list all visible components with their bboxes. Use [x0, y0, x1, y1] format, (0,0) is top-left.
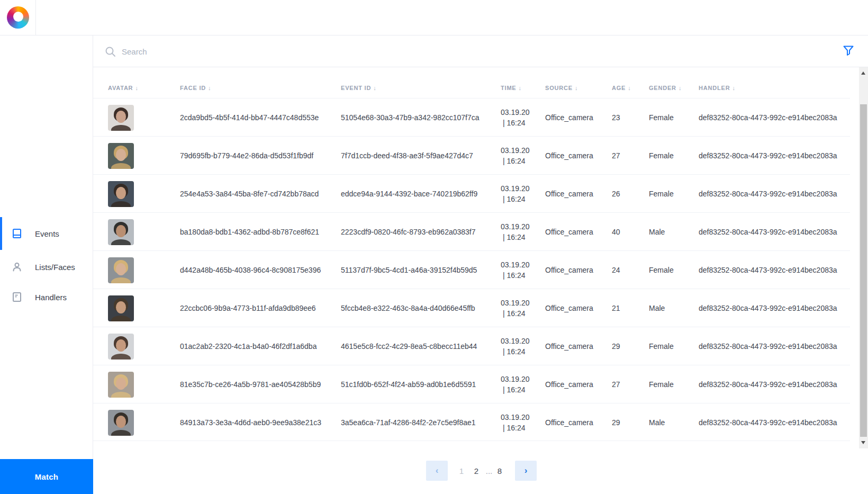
page-number-8[interactable]: 8 — [494, 465, 505, 477]
scroll-down-arrow-icon[interactable] — [861, 441, 865, 444]
sort-down-icon: ↓ — [518, 85, 521, 91]
sidebar-item-events[interactable]: Events — [0, 217, 93, 250]
source-cell: Office_camera — [545, 327, 593, 365]
vertical-scrollbar[interactable] — [859, 67, 868, 448]
filter-icon — [843, 45, 861, 57]
top-bar — [0, 0, 868, 35]
page-number-2[interactable]: 2 — [469, 465, 484, 477]
column-header-age[interactable]: AGE↓ — [612, 85, 631, 91]
handler-cell: def83252-80ca-4473-992c-e914bec2083a — [699, 327, 837, 365]
face-id-cell: 01ac2ab2-2320-4c1a-b4a0-46f2df1a6dba — [180, 327, 317, 365]
face-avatar[interactable] — [108, 105, 134, 131]
column-header-source[interactable]: SOURCE↓ — [545, 85, 578, 91]
search-input[interactable] — [122, 43, 439, 60]
previous-page-button[interactable]: ‹ — [426, 461, 448, 481]
age-cell: 27 — [612, 365, 620, 403]
handler-cell: def83252-80ca-4473-992c-e914bec2083a — [699, 98, 837, 137]
event-id-cell: 4615e5c8-fcc2-4c29-8ea5-c8becc11eb44 — [341, 327, 477, 365]
handler-cell: def83252-80ca-4473-992c-e914bec2083a — [699, 175, 837, 213]
column-header-face-id[interactable]: FACE ID↓ — [180, 85, 211, 91]
gender-cell: Female — [649, 365, 674, 403]
table-row[interactable]: 79d695fb-b779-44e2-86da-d5d53f1fb9df 7f7… — [93, 136, 850, 174]
face-id-cell: ba180da8-bdb1-4362-adbd-8b787ce8f621 — [180, 213, 319, 251]
page-number-1[interactable]: 1 — [454, 465, 469, 477]
filter-button[interactable] — [843, 42, 861, 60]
person-icon — [12, 262, 22, 272]
face-id-cell: 84913a73-3e3a-4d6d-aeb0-9ee9a38e21c3 — [180, 403, 321, 442]
age-cell: 29 — [612, 403, 620, 442]
sidebar-item-label: Handlers — [35, 281, 67, 313]
chevron-right-icon: › — [525, 465, 528, 475]
handler-cell: def83252-80ca-4473-992c-e914bec2083a — [699, 137, 837, 175]
face-id-cell: 254e4a53-3a84-45ba-8fe7-cd742bb78acd — [180, 175, 319, 213]
face-avatar[interactable] — [108, 334, 134, 360]
chevron-left-icon: ‹ — [436, 465, 439, 475]
gender-cell: Female — [649, 327, 674, 365]
sidebar: Events Lists/Faces Handlers Match — [0, 35, 93, 494]
source-cell: Office_camera — [545, 175, 593, 213]
sidebar-item-label: Lists/Faces — [35, 250, 75, 283]
face-avatar[interactable] — [108, 410, 134, 436]
sidebar-item-lists-faces[interactable]: Lists/Faces — [0, 250, 93, 283]
table-row[interactable]: 01ac2ab2-2320-4c1a-b4a0-46f2df1a6dba 461… — [93, 327, 850, 365]
event-id-cell: 51054e68-30a3-47b9-a342-982cc107f7ca — [341, 98, 480, 137]
face-id-cell: 81e35c7b-ce26-4a5b-9781-ae405428b5b9 — [180, 365, 321, 403]
gender-cell: Female — [649, 98, 674, 137]
handlers-icon — [12, 292, 22, 302]
face-avatar[interactable] — [108, 181, 134, 207]
gender-cell: Female — [649, 137, 674, 175]
table-row[interactable]: 81e35c7b-ce26-4a5b-9781-ae405428b5b9 51c… — [93, 365, 850, 403]
event-id-cell: 51c1fd0b-652f-4f24-ab59-ad0b1e6d5591 — [341, 365, 476, 403]
table-row[interactable]: ba180da8-bdb1-4362-adbd-8b787ce8f621 222… — [93, 212, 850, 250]
table-header: AVATAR↓ FACE ID↓ EVENT ID↓ TIME↓ SOURCE↓… — [93, 67, 850, 98]
face-avatar[interactable] — [108, 295, 134, 321]
event-id-cell: 2223cdf9-0820-46fc-8793-eb962a0383f7 — [341, 213, 476, 251]
age-cell: 21 — [612, 289, 620, 327]
face-id-cell: 79d695fb-b779-44e2-86da-d5d53f1fb9df — [180, 137, 313, 175]
column-header-avatar[interactable]: AVATAR↓ — [108, 85, 139, 91]
handler-cell: def83252-80ca-4473-992c-e914bec2083a — [699, 213, 837, 251]
face-id-cell: d442a48b-465b-4038-96c4-8c908175e396 — [180, 251, 321, 289]
table-row[interactable]: d442a48b-465b-4038-96c4-8c908175e396 511… — [93, 250, 850, 289]
sidebar-item-label: Events — [35, 217, 59, 250]
age-cell: 24 — [612, 251, 620, 289]
active-indicator — [0, 217, 2, 250]
face-avatar[interactable] — [108, 372, 134, 398]
handler-cell: def83252-80ca-4473-992c-e914bec2083a — [699, 251, 837, 289]
page-ellipsis: ... — [484, 465, 494, 477]
handler-cell: def83252-80ca-4473-992c-e914bec2083a — [699, 403, 837, 442]
scrollbar-thumb[interactable] — [860, 104, 867, 437]
age-cell: 26 — [612, 175, 620, 213]
app-logo-icon[interactable] — [7, 6, 29, 29]
table-row[interactable]: 254e4a53-3a84-45ba-8fe7-cd742bb78acd edd… — [93, 174, 850, 212]
column-header-time[interactable]: TIME↓ — [501, 85, 522, 91]
face-id-cell: 2cda9bd5-4b5f-414d-bb47-4447c48d553e — [180, 98, 319, 137]
table-row[interactable]: 2cda9bd5-4b5f-414d-bb47-4447c48d553e 510… — [93, 98, 850, 136]
table-row[interactable]: 84913a73-3e3a-4d6d-aeb0-9ee9a38e21c3 3a5… — [93, 403, 850, 441]
face-avatar[interactable] — [108, 219, 134, 245]
column-header-event-id[interactable]: EVENT ID↓ — [341, 85, 376, 91]
age-cell: 29 — [612, 327, 620, 365]
face-id-cell: 22ccbc06-9b9a-4773-b11f-afda9db89ee6 — [180, 289, 316, 327]
time-cell: 03.19.20| 16:24 — [501, 137, 530, 175]
age-cell: 23 — [612, 98, 620, 137]
table-row[interactable]: 22ccbc06-9b9a-4773-b11f-afda9db89ee6 5fc… — [93, 289, 850, 327]
sort-down-icon: ↓ — [575, 85, 578, 91]
next-page-button[interactable]: › — [515, 461, 537, 481]
source-cell: Office_camera — [545, 251, 593, 289]
source-cell: Office_camera — [545, 365, 593, 403]
time-cell: 03.19.20| 16:24 — [501, 213, 530, 251]
search-icon — [105, 46, 116, 57]
age-cell: 27 — [612, 137, 620, 175]
event-id-cell: 51137d7f-9bc5-4cd1-a46a-39152f4b59d5 — [341, 251, 477, 289]
sidebar-item-handlers[interactable]: Handlers — [0, 281, 93, 313]
sort-down-icon: ↓ — [373, 85, 376, 91]
column-header-gender[interactable]: GENDER↓ — [649, 85, 682, 91]
match-button[interactable]: Match — [0, 459, 93, 494]
gender-cell: Female — [649, 175, 674, 213]
face-avatar[interactable] — [108, 143, 134, 169]
gender-cell: Male — [649, 289, 665, 327]
scroll-up-arrow-icon[interactable] — [861, 71, 865, 75]
column-header-handler[interactable]: HANDLER↓ — [699, 85, 736, 91]
face-avatar[interactable] — [108, 257, 134, 283]
